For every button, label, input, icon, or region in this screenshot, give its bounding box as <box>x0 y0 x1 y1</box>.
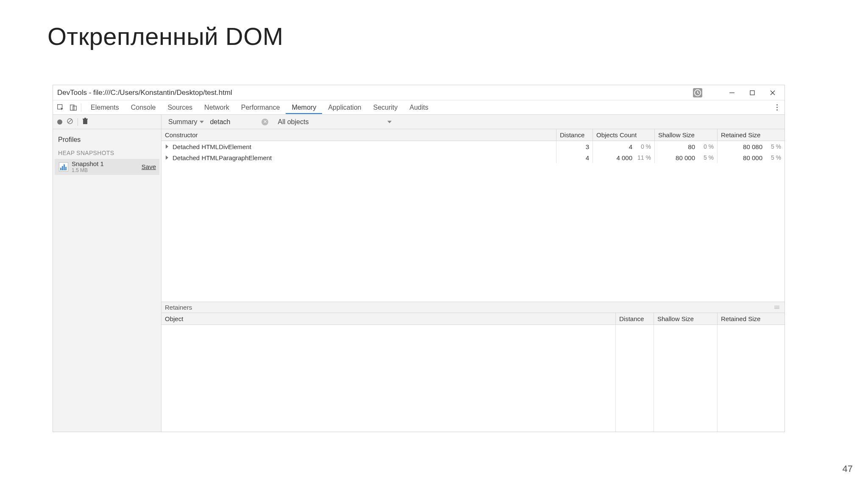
window-title: DevTools - file:///C:/Users/Konstantin/D… <box>56 89 232 97</box>
devtools-tabs: Elements Console Sources Network Perform… <box>53 100 785 115</box>
tab-memory[interactable]: Memory <box>286 101 322 114</box>
inspect-element-icon[interactable] <box>56 103 65 112</box>
cell-shallow: 80 000 <box>676 154 695 161</box>
cell-retained-pct: 5 % <box>767 154 781 161</box>
snapshot-icon <box>59 162 68 172</box>
col-constructor[interactable]: Constructor <box>161 129 556 141</box>
record-icon[interactable] <box>57 119 62 125</box>
retainers-columns: Object Distance Shallow Size Retained Si… <box>161 313 785 325</box>
tab-elements[interactable]: Elements <box>85 101 125 114</box>
tab-sources[interactable]: Sources <box>161 101 198 114</box>
constructors-table: Detached HTMLDivElement 3 4 0 % 80 0 % 8… <box>161 141 785 302</box>
kebab-menu-icon[interactable] <box>773 104 781 111</box>
snapshot-save-link[interactable]: Save <box>142 163 156 170</box>
snapshot-name: Snapshot 1 <box>72 161 104 168</box>
heap-snapshots-label: HEAP SNAPSHOTS <box>58 150 156 159</box>
maximize-button[interactable] <box>748 89 757 97</box>
tab-security[interactable]: Security <box>367 101 403 114</box>
object-filter-dropdown[interactable]: All objects <box>275 117 311 127</box>
view-mode-dropdown[interactable]: Summary <box>166 117 206 127</box>
profiles-sidebar: Profiles HEAP SNAPSHOTS Snapshot 1 1.5 M… <box>53 115 161 432</box>
constructors-header: Constructor Distance Objects Count Shall… <box>161 129 785 141</box>
snapshot-item[interactable]: Snapshot 1 1.5 MB Save <box>55 159 159 175</box>
close-button[interactable] <box>768 89 777 97</box>
svg-rect-7 <box>73 106 76 110</box>
devtools-window: DevTools - file:///C:/Users/Konstantin/D… <box>53 85 785 432</box>
object-filter-label: All objects <box>278 118 309 126</box>
window-titlebar: DevTools - file:///C:/Users/Konstantin/D… <box>53 85 785 100</box>
cell-shallow-pct: 5 % <box>699 154 714 161</box>
svg-rect-12 <box>84 118 86 119</box>
slide-title: Открепленный DOM <box>47 22 284 50</box>
tab-network[interactable]: Network <box>198 101 235 114</box>
constructor-name: Detached HTMLParagraphElement <box>172 154 272 161</box>
rcol-distance[interactable]: Distance <box>616 313 654 324</box>
snapshot-size: 1.5 MB <box>72 168 104 173</box>
retainers-header: Retainers <box>161 302 785 313</box>
svg-rect-11 <box>83 119 88 119</box>
rcol-shallow[interactable]: Shallow Size <box>654 313 718 324</box>
rcol-retained[interactable]: Retained Size <box>718 313 785 324</box>
svg-rect-2 <box>750 91 754 95</box>
table-row[interactable]: Detached HTMLDivElement 3 4 0 % 80 0 % 8… <box>161 141 785 152</box>
device-toolbar-icon[interactable] <box>69 103 78 112</box>
retainers-title: Retainers <box>165 304 192 311</box>
col-distance[interactable]: Distance <box>556 129 593 141</box>
cell-objects-count: 4 <box>629 143 632 150</box>
extension-badge-icon[interactable] <box>693 88 702 97</box>
retainers-body <box>161 325 785 432</box>
clear-icon[interactable] <box>67 118 73 126</box>
cell-objects-pct: 0 % <box>637 143 651 150</box>
disclosure-triangle-icon[interactable] <box>166 144 168 149</box>
chevron-down-icon <box>200 121 204 123</box>
svg-rect-6 <box>70 105 74 110</box>
disclosure-triangle-icon[interactable] <box>166 155 168 160</box>
cell-objects-count: 4 000 <box>616 154 632 161</box>
chevron-down-icon <box>387 121 392 123</box>
tab-performance[interactable]: Performance <box>235 101 286 114</box>
slide-page-number: 47 <box>843 463 853 474</box>
cell-retained-pct: 5 % <box>767 143 781 150</box>
table-row[interactable]: Detached HTMLParagraphElement 4 4 000 11… <box>161 152 785 163</box>
minimize-button[interactable] <box>728 89 736 97</box>
constructor-name: Detached HTMLDivElement <box>172 143 251 150</box>
cell-distance: 4 <box>556 152 593 163</box>
cell-retained: 80 080 <box>743 143 762 150</box>
cell-shallow-pct: 0 % <box>699 143 714 150</box>
divider <box>78 118 78 126</box>
class-filter-input[interactable] <box>210 118 256 126</box>
col-shallow-size[interactable]: Shallow Size <box>655 129 718 141</box>
profiles-label: Profiles <box>58 133 156 150</box>
tab-application[interactable]: Application <box>322 101 367 114</box>
tab-audits[interactable]: Audits <box>403 101 434 114</box>
heap-snapshot-view: Summary ✕ All objects Constructor Distan… <box>161 115 785 432</box>
tab-console[interactable]: Console <box>125 101 162 114</box>
rcol-object[interactable]: Object <box>161 313 616 324</box>
cell-distance: 3 <box>556 141 593 152</box>
view-mode-label: Summary <box>168 118 197 126</box>
svg-rect-10 <box>83 119 87 124</box>
delete-icon[interactable] <box>82 118 88 126</box>
snapshot-toolbar: Summary ✕ All objects <box>161 115 785 129</box>
col-objects-count[interactable]: Objects Count <box>593 129 655 141</box>
col-retained-size[interactable]: Retained Size <box>718 129 785 141</box>
svg-line-9 <box>68 119 72 123</box>
cell-objects-pct: 11 % <box>637 154 651 161</box>
cell-shallow: 80 <box>688 143 695 150</box>
sidebar-toolbar <box>53 115 161 129</box>
cell-retained: 80 000 <box>743 154 762 161</box>
clear-filter-icon[interactable]: ✕ <box>262 119 268 125</box>
menu-icon[interactable] <box>774 306 781 309</box>
